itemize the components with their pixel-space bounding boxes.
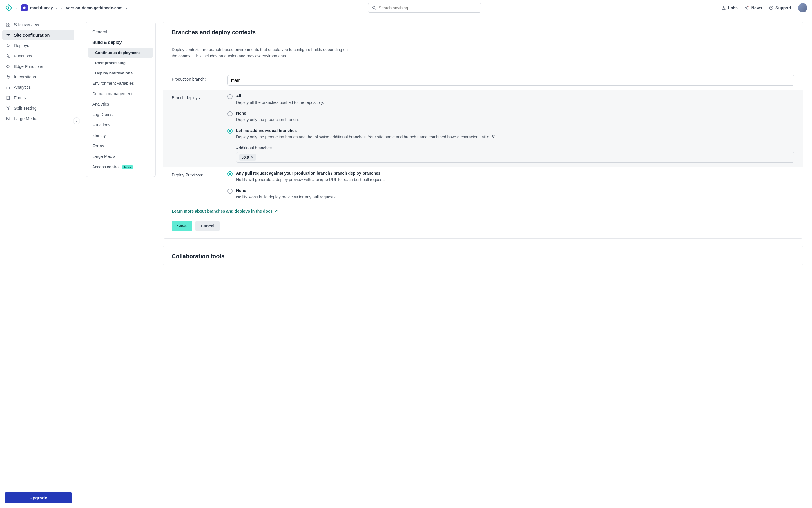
sidebar-item-label: Integrations [14, 75, 36, 79]
svg-point-0 [373, 6, 375, 9]
chevron-left-icon: ‹ [76, 119, 77, 123]
topnav-support[interactable]: ? Support [769, 5, 791, 10]
card-description: Deploy contexts are branch-based environ… [172, 46, 352, 59]
help-icon: ? [769, 5, 773, 10]
subnav-media[interactable]: Large Media [88, 151, 153, 162]
flask-icon [722, 5, 726, 10]
topnav-news[interactable]: News [745, 5, 762, 10]
megaphone-icon [745, 5, 749, 10]
avatar[interactable] [798, 3, 807, 12]
sidebar: Site overview Site configuration Deploys… [0, 16, 77, 508]
split-icon [6, 106, 10, 111]
svg-rect-6 [8, 23, 10, 25]
radio-individual[interactable] [227, 129, 233, 134]
radio-all-title: All [236, 94, 324, 98]
sidebar-item-edge[interactable]: Edge Functions [2, 61, 74, 72]
sidebar-item-forms[interactable]: Forms [2, 92, 74, 103]
svg-rect-7 [6, 25, 8, 27]
subnav-post[interactable]: Post processing [88, 58, 153, 68]
additional-branches-label: Additional branches [236, 145, 794, 150]
subnav-access-label: Access control [92, 165, 120, 169]
search-input-wrap[interactable] [368, 3, 481, 13]
branch-tag-label: v0.9 [241, 155, 249, 160]
subnav-domain[interactable]: Domain management [88, 88, 153, 99]
breadcrumb-site[interactable]: version-demo.gethinode.com ⌄ [66, 5, 127, 10]
sidebar-item-integrations[interactable]: Integrations [2, 72, 74, 82]
cancel-button[interactable]: Cancel [195, 221, 220, 231]
subnav-logs[interactable]: Log Drains [88, 110, 153, 120]
breadcrumb-org-label: markdumay [30, 5, 53, 10]
sidebar-item-deploys[interactable]: Deploys [2, 40, 74, 51]
subnav-forms[interactable]: Forms [88, 141, 153, 151]
radio-none-title: None [236, 111, 299, 116]
additional-branches-input[interactable]: v0.9 ✕ ⌄ [236, 152, 794, 163]
subnav-functions[interactable]: Functions [88, 120, 153, 130]
breadcrumb-site-label: version-demo.gethinode.com [66, 5, 122, 10]
branch-tag: v0.9 ✕ [239, 154, 256, 161]
subnav: General Build & deploy Continuous deploy… [86, 22, 156, 177]
image-icon [6, 116, 10, 121]
sidebar-item-label: Analytics [14, 85, 31, 90]
sidebar-item-label: Deploys [14, 43, 29, 48]
radio-none-desc: Deploy only the production branch. [236, 117, 299, 123]
subnav-env[interactable]: Environment variables [88, 78, 153, 88]
radio-preview-any-title: Any pull request against your production… [236, 171, 385, 175]
sidebar-item-analytics[interactable]: Analytics [2, 82, 74, 92]
card-title: Collaboration tools [172, 253, 794, 260]
radio-individual-title: Let me add individual branches [236, 128, 794, 133]
radio-none[interactable] [227, 111, 233, 116]
chevron-down-icon[interactable]: ⌄ [788, 155, 791, 159]
org-icon [21, 4, 28, 11]
production-branch-input[interactable] [227, 75, 794, 86]
topnav-labs[interactable]: Labs [722, 5, 738, 10]
subnav-notif[interactable]: Deploy notifications [88, 68, 153, 78]
external-link-icon: ↗ [274, 209, 278, 214]
rocket-icon [6, 43, 10, 48]
docs-link[interactable]: Learn more about branches and deploys in… [163, 204, 286, 216]
sidebar-item-split[interactable]: Split Testing [2, 103, 74, 114]
plug-icon [6, 75, 10, 79]
subnav-general[interactable]: General [88, 27, 153, 37]
branch-deploys-label: Branch deploys: [172, 94, 224, 163]
subnav-cd[interactable]: Continuous deployment [88, 48, 153, 58]
tag-remove-icon[interactable]: ✕ [251, 155, 254, 159]
search-input[interactable] [379, 5, 477, 10]
svg-text:?: ? [771, 6, 772, 9]
chevron-down-icon: ⌄ [125, 6, 128, 10]
radio-preview-none-title: None [236, 188, 337, 193]
radio-preview-any[interactable] [227, 171, 233, 176]
sidebar-item-label: Edge Functions [14, 64, 43, 69]
upgrade-button[interactable]: Upgrade [5, 492, 72, 503]
sidebar-item-label: Site configuration [14, 33, 50, 37]
logo-icon[interactable] [5, 4, 13, 12]
radio-preview-none-desc: Netlify won't build deploy previews for … [236, 194, 337, 201]
production-branch-label: Production branch: [172, 75, 224, 86]
breadcrumb-org[interactable]: markdumay ⌄ [21, 4, 58, 11]
subnav-identity[interactable]: Identity [88, 130, 153, 141]
sidebar-item-label: Site overview [14, 22, 39, 27]
sidebar-item-functions[interactable]: Functions [2, 51, 74, 61]
svg-rect-19 [7, 117, 10, 120]
svg-point-2 [748, 6, 749, 7]
form-icon [6, 95, 10, 100]
subnav-access[interactable]: Access control New [88, 162, 153, 172]
breadcrumb-sep: / [16, 5, 17, 10]
sidebar-item-overview[interactable]: Site overview [2, 19, 74, 30]
topnav-news-label: News [752, 5, 762, 10]
radio-all-desc: Deploy all the branches pushed to the re… [236, 99, 324, 106]
docs-link-label: Learn more about branches and deploys in… [172, 209, 273, 214]
topnav-support-label: Support [775, 5, 791, 10]
subnav-build[interactable]: Build & deploy [88, 37, 153, 48]
breadcrumb-sep: / [61, 5, 62, 10]
svg-line-1 [375, 8, 375, 9]
chart-icon [6, 85, 10, 90]
radio-preview-none[interactable] [227, 188, 233, 194]
svg-rect-8 [8, 25, 10, 27]
radio-all[interactable] [227, 94, 233, 99]
save-button[interactable]: Save [172, 221, 192, 231]
sidebar-item-media[interactable]: Large Media [2, 114, 74, 124]
sidebar-item-config[interactable]: Site configuration [2, 30, 74, 40]
lambda-icon [6, 54, 10, 58]
collapse-sidebar-button[interactable]: ‹ [73, 118, 80, 124]
subnav-analytics[interactable]: Analytics [88, 99, 153, 110]
